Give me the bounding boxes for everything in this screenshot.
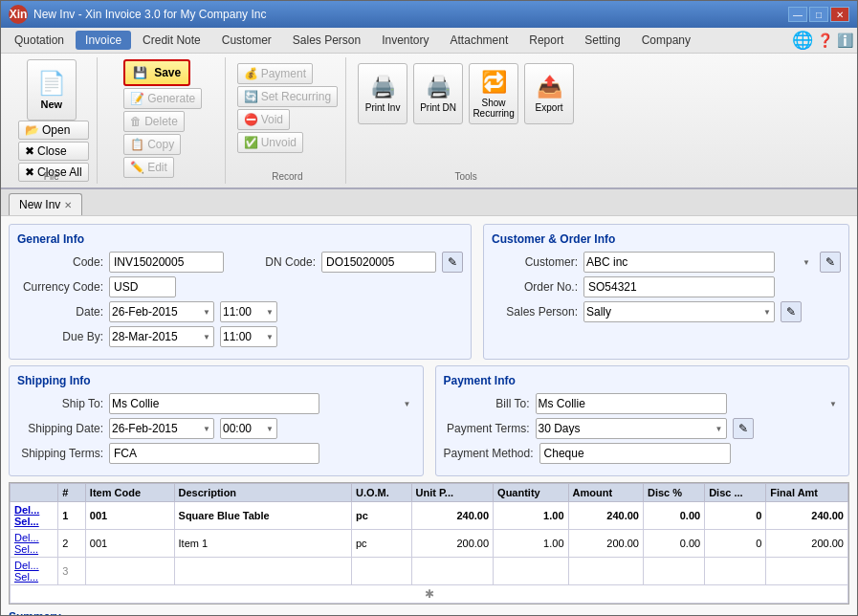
print-inv-button[interactable]: 🖨️ Print Inv — [358, 63, 407, 124]
payment-button[interactable]: 💰 Payment — [237, 63, 313, 84]
menu-credit-note[interactable]: Credit Note — [133, 31, 210, 50]
row1-uom[interactable]: pc — [351, 502, 411, 530]
table-row: Del... Sel... 3 — [11, 558, 848, 585]
row3-uom[interactable] — [351, 558, 411, 585]
row2-uom[interactable]: pc — [351, 530, 411, 558]
payment-terms-row: Payment Terms: 30 Days ✎ — [444, 418, 842, 439]
row3-amount[interactable] — [568, 558, 643, 585]
sales-person-action-icon[interactable]: ✎ — [781, 301, 802, 322]
row2-disc-amt[interactable]: 0 — [705, 530, 766, 558]
add-row[interactable]: ✱ — [11, 585, 848, 604]
open-button[interactable]: 📂 Open — [18, 121, 89, 140]
currency-input[interactable] — [109, 276, 176, 297]
row3-sel-link[interactable]: Sel... — [14, 571, 38, 583]
window-title: New Inv - Xin Invoice 3.0 for My Company… — [33, 8, 266, 21]
currency-label: Currency Code: — [17, 280, 103, 294]
order-no-input[interactable] — [583, 276, 775, 297]
add-row-icon[interactable]: ✱ — [425, 587, 434, 601]
shipping-date-row: Shipping Date: 26-Feb-2015 00:00 — [17, 418, 415, 439]
dn-code-action-icon[interactable]: ✎ — [442, 252, 463, 273]
delete-button[interactable]: 🗑 Delete — [123, 111, 185, 132]
menu-customer[interactable]: Customer — [212, 31, 281, 50]
new-button[interactable]: 📄 New — [27, 59, 77, 121]
sales-person-select[interactable]: Sally — [583, 301, 775, 322]
menu-report[interactable]: Report — [519, 31, 573, 50]
row1-item-code[interactable]: 001 — [85, 502, 174, 530]
menu-attachment[interactable]: Attachment — [441, 31, 518, 50]
row2-final-amt[interactable]: 200.00 — [766, 530, 848, 558]
payment-terms-select[interactable]: 30 Days — [536, 418, 727, 439]
ship-to-select[interactable]: Ms Collie — [109, 393, 319, 414]
set-recurring-button[interactable]: 🔄 Set Recurring — [237, 86, 338, 107]
row3-description[interactable] — [174, 558, 351, 585]
row3-unit-price[interactable] — [411, 558, 494, 585]
maximize-button[interactable]: □ — [809, 7, 828, 22]
row3-item-code[interactable] — [85, 558, 174, 585]
row3-final-amt[interactable] — [766, 558, 848, 585]
menu-inventory[interactable]: Inventory — [372, 31, 438, 50]
menu-setting[interactable]: Setting — [575, 31, 629, 50]
menu-sales-person[interactable]: Sales Person — [283, 31, 370, 50]
generate-button[interactable]: 📝 Generate — [123, 88, 202, 109]
menu-invoice[interactable]: Invoice — [76, 31, 131, 50]
copy-button[interactable]: 📋 Copy — [123, 134, 181, 155]
col-item-code: Item Code — [85, 484, 174, 502]
row2-del-link[interactable]: Del... — [14, 532, 39, 543]
row2-item-code[interactable]: 001 — [85, 530, 174, 558]
payment-info-section: Payment Info Bill To: Ms Collie Payment … — [435, 365, 850, 476]
void-button[interactable]: ⛔ Void — [237, 109, 290, 130]
ribbon-tools-buttons: 🖨️ Print Inv 🖨️ Print DN 🔁 Show Recurrin… — [358, 63, 574, 182]
row2-unit-price[interactable]: 200.00 — [411, 530, 494, 558]
date-row: Date: 26-Feb-2015 11:00 — [17, 301, 463, 322]
row2-disc-pct[interactable]: 0.00 — [643, 530, 704, 558]
row3-disc-amt[interactable] — [705, 558, 766, 585]
show-recurring-button[interactable]: 🔁 Show Recurring — [469, 63, 518, 124]
date-select[interactable]: 26-Feb-2015 — [109, 301, 214, 322]
minimize-button[interactable]: — — [788, 7, 807, 22]
tab-close-icon[interactable]: ✕ — [64, 200, 72, 210]
row2-description[interactable]: Item 1 — [174, 530, 351, 558]
row2-sel-link[interactable]: Sel... — [14, 543, 38, 555]
help-icon[interactable]: ❓ — [817, 33, 833, 48]
payment-method-input[interactable] — [539, 443, 731, 464]
row1-amount[interactable]: 240.00 — [568, 502, 643, 530]
dn-code-input[interactable] — [321, 252, 436, 273]
col-actions — [11, 484, 58, 502]
shipping-date-select[interactable]: 26-Feb-2015 — [109, 418, 214, 439]
row1-final-amt[interactable]: 240.00 — [766, 502, 848, 530]
row3-del-link[interactable]: Del... — [14, 560, 39, 571]
unvoid-button[interactable]: ✅ Unvoid — [237, 132, 303, 153]
info-icon[interactable]: ℹ️ — [837, 33, 853, 48]
customer-action-icon[interactable]: ✎ — [820, 252, 841, 273]
row1-quantity[interactable]: 1.00 — [494, 502, 568, 530]
due-date-select[interactable]: 28-Mar-2015 — [109, 326, 214, 347]
row1-unit-price[interactable]: 240.00 — [411, 502, 494, 530]
due-time-select[interactable]: 11:00 — [220, 326, 277, 347]
row2-quantity[interactable]: 1.00 — [494, 530, 568, 558]
code-input[interactable] — [109, 252, 224, 273]
print-dn-button[interactable]: 🖨️ Print DN — [413, 63, 463, 124]
close-button-ribbon[interactable]: ✖ Close — [18, 142, 89, 161]
shipping-terms-input[interactable] — [109, 443, 319, 464]
menu-quotation[interactable]: Quotation — [5, 31, 74, 50]
main-window: Xin New Inv - Xin Invoice 3.0 for My Com… — [0, 0, 858, 616]
customer-select[interactable]: ABC inc — [583, 252, 775, 273]
menu-company[interactable]: Company — [632, 31, 700, 50]
bill-to-select[interactable]: Ms Collie — [536, 393, 727, 414]
new-inv-tab[interactable]: New Inv ✕ — [9, 193, 82, 215]
row1-description[interactable]: Square Blue Table — [174, 502, 351, 530]
payment-terms-action-icon[interactable]: ✎ — [733, 418, 754, 439]
shipping-time-select[interactable]: 00:00 — [220, 418, 277, 439]
edit-button[interactable]: ✏️ Edit — [123, 157, 174, 178]
row1-disc-amt[interactable]: 0 — [705, 502, 766, 530]
row1-sel-link[interactable]: Sel... — [14, 516, 39, 527]
time-select[interactable]: 11:00 — [220, 301, 277, 322]
row1-disc-pct[interactable]: 0.00 — [643, 502, 704, 530]
row3-quantity[interactable] — [494, 558, 568, 585]
row2-amount[interactable]: 200.00 — [568, 530, 643, 558]
row3-disc-pct[interactable] — [643, 558, 704, 585]
save-button[interactable]: 💾 Save — [123, 59, 190, 86]
close-button[interactable]: ✕ — [830, 7, 849, 22]
export-button[interactable]: 📤 Export — [524, 63, 574, 124]
row1-del-link[interactable]: Del... — [14, 504, 39, 516]
